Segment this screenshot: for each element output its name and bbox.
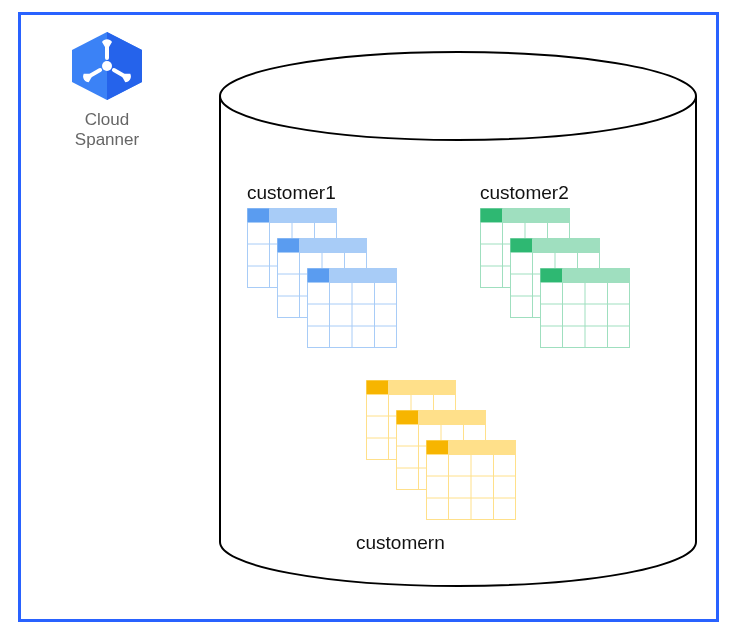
- cloud-spanner-badge: Cloud Spanner: [52, 30, 162, 150]
- table-icon: [540, 268, 630, 348]
- customer-group-2: customer2: [480, 182, 640, 358]
- svg-point-6: [220, 52, 696, 140]
- svg-marker-1: [107, 32, 142, 100]
- svg-rect-36: [481, 209, 503, 223]
- table-icon: [426, 440, 516, 520]
- svg-point-2: [102, 61, 112, 71]
- cloud-spanner-label-line1: Cloud: [85, 110, 129, 129]
- svg-rect-9: [248, 209, 270, 223]
- customer-group-1-label: customer1: [247, 182, 407, 204]
- table-icon: [307, 268, 397, 348]
- svg-rect-81: [427, 441, 449, 455]
- svg-rect-54: [541, 269, 563, 283]
- diagram-frame: Cloud Spanner customer1 customer2: [0, 0, 737, 634]
- customer-group-2-label: customer2: [480, 182, 640, 204]
- svg-rect-27: [308, 269, 330, 283]
- svg-rect-72: [397, 411, 419, 425]
- customer-group-n-label: customern: [356, 532, 526, 554]
- customer-group-2-tables: [480, 208, 640, 358]
- cloud-spanner-label-line2: Spanner: [75, 130, 139, 149]
- customer-group-n: customern: [366, 380, 526, 558]
- cloud-spanner-icon: [68, 30, 146, 102]
- svg-rect-45: [511, 239, 533, 253]
- cloud-spanner-label: Cloud Spanner: [52, 110, 162, 150]
- customer-group-1: customer1: [247, 182, 407, 358]
- customer-group-n-tables: [366, 380, 526, 530]
- svg-rect-18: [278, 239, 300, 253]
- svg-rect-63: [367, 381, 389, 395]
- customer-group-1-tables: [247, 208, 407, 358]
